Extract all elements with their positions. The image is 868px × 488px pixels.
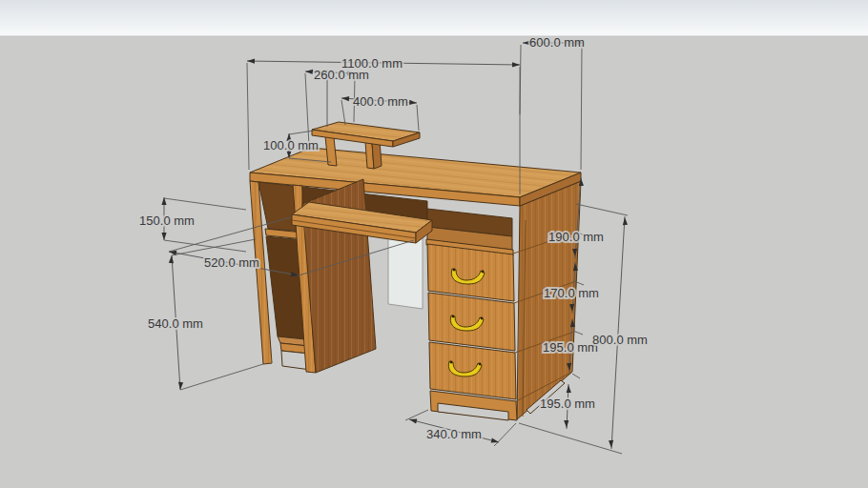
- drawer-handle-screw: [481, 317, 484, 320]
- dimension-label-riser-height: 100.0 mm: [263, 138, 319, 152]
- drawer-handle-screw: [450, 361, 453, 364]
- drawer-handle-screw: [452, 315, 455, 318]
- 3d-scene: 1100.0 mm600.0 mm260.0 mm400.0 mm100.0 m…: [0, 0, 868, 488]
- dimension-label-drawer1-height: 170.0 mm: [544, 286, 599, 300]
- dimension-label-pedestal-inner-height: 540.0 mm: [148, 316, 203, 331]
- dimension-label-cubby-height: 150.0 mm: [139, 214, 195, 228]
- dimension-label-riser-offset: 260.0 mm: [314, 68, 369, 82]
- dimension-label-desk-depth: 600.0 mm: [529, 35, 585, 50]
- drawer-handle-screw: [479, 363, 482, 366]
- sketchup-viewport[interactable]: 1100.0 mm600.0 mm260.0 mm400.0 mm100.0 m…: [0, 0, 868, 488]
- dimension-label-desk-height: 800.0 mm: [592, 333, 648, 347]
- dimension-label-tray-width: 520.0 mm: [204, 255, 259, 270]
- dimension-label-pedestal-width: 340.0 mm: [426, 427, 482, 441]
- drawer-handle-screw: [482, 271, 485, 274]
- dimension-label-top-section-height: 190.0 mm: [548, 230, 604, 244]
- dimension-label-riser-width: 400.0 mm: [353, 94, 408, 109]
- dimension-label-drawer3-height: 195.0 mm: [540, 396, 595, 411]
- dimension-label-drawer2-height: 195.0 mm: [543, 340, 598, 355]
- drawer-handle-screw: [453, 269, 456, 272]
- sky: [0, 0, 868, 36]
